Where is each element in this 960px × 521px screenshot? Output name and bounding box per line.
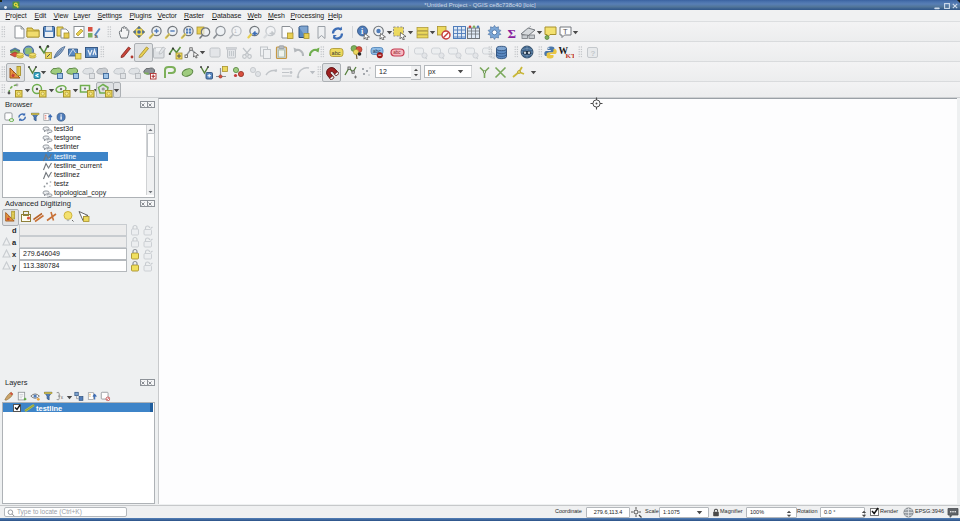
- svg-text:abc: abc: [332, 50, 341, 56]
- svg-text:1: 1: [234, 28, 237, 34]
- svg-text:a: a: [95, 33, 99, 39]
- svg-text:abc: abc: [393, 50, 401, 55]
- svg-text:?: ?: [591, 49, 596, 58]
- svg-text:KT: KT: [566, 52, 575, 60]
- svg-text:ε: ε: [61, 395, 64, 401]
- svg-text:Σ: Σ: [508, 26, 517, 41]
- svg-text:T: T: [563, 27, 568, 36]
